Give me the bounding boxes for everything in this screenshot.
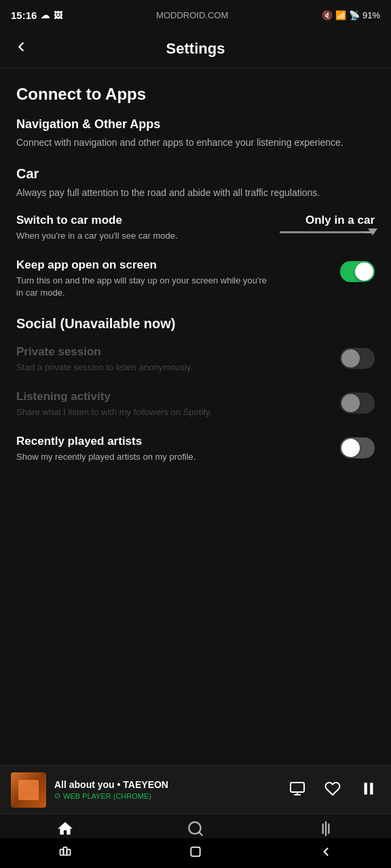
recently-played-artists-control: [280, 435, 375, 458]
status-icons: 🔇 📶 📡 91%: [322, 10, 380, 20]
watermark: MODDROID.COM: [156, 10, 228, 20]
car-block: Car Always pay full attention to the roa…: [16, 166, 375, 300]
cloud-icon: ☁: [41, 10, 50, 20]
keep-app-open-control: [280, 258, 375, 282]
now-playing-info: All about you • TAEYEON ⊙ WEB PLAYER (CH…: [54, 779, 286, 800]
car-mode-value: Only in a car: [305, 214, 375, 227]
now-playing-title: All about you • TAEYEON: [54, 779, 286, 790]
car-title: Car: [16, 166, 375, 182]
nav-other-apps-block: Navigation & Other Apps Connect with nav…: [16, 117, 375, 150]
private-session-desc: Start a private session to listen anonym…: [16, 361, 269, 374]
now-playing-source-label: WEB PLAYER (CHROME): [63, 792, 151, 800]
private-session-label: Private session: [16, 345, 269, 359]
recents-button[interactable]: [45, 840, 86, 867]
private-session-row: Private session Start a private session …: [16, 345, 375, 374]
svg-rect-0: [291, 783, 304, 792]
keep-app-open-text: Keep app open on screen Turn this on and…: [16, 258, 280, 299]
listening-activity-text: Listening activity Share what I listen t…: [16, 390, 280, 418]
recently-played-artists-desc: Show my recently played artists on my pr…: [16, 451, 269, 463]
header: Settings: [0, 30, 391, 68]
connect-to-apps-section: Connect to Apps Navigation & Other Apps …: [16, 85, 375, 463]
now-playing-bar[interactable]: All about you • TAEYEON ⊙ WEB PLAYER (CH…: [0, 765, 391, 814]
recently-played-artists-row: Recently played artists Show my recently…: [16, 435, 375, 463]
time-display: 15:16: [11, 9, 37, 21]
artwork-placeholder: [18, 780, 39, 800]
svg-rect-3: [365, 783, 367, 794]
artwork-image: [11, 772, 46, 808]
keep-app-open-toggle[interactable]: [340, 261, 375, 282]
recently-played-artists-text: Recently played artists Show my recently…: [16, 435, 280, 463]
mute-icon: 🔇: [322, 10, 333, 20]
social-title: Social (Unavailable now): [16, 316, 375, 332]
home-system-button[interactable]: [175, 840, 216, 867]
nav-other-apps-desc: Connect with navigation and other apps t…: [16, 136, 375, 150]
now-playing-artwork: [11, 772, 46, 808]
toggle-knob: [341, 439, 360, 457]
page-title: Settings: [166, 40, 225, 58]
back-system-button[interactable]: [305, 840, 346, 867]
social-block: Social (Unavailable now) Private session…: [16, 316, 375, 464]
private-session-control: [280, 345, 375, 369]
now-playing-controls: [286, 777, 380, 802]
signal-icon: 📡: [349, 10, 360, 20]
listening-activity-control: [280, 390, 375, 414]
recently-played-artists-label: Recently played artists: [16, 435, 269, 448]
back-button[interactable]: [11, 37, 31, 61]
switch-to-car-mode-control[interactable]: Only in a car: [280, 214, 375, 233]
battery-icon: 91%: [362, 10, 380, 20]
listening-activity-label: Listening activity: [16, 390, 269, 403]
switch-to-car-mode-desc: When you're in a car you'll see car mode…: [16, 230, 269, 242]
nav-other-apps-title: Navigation & Other Apps: [16, 117, 375, 132]
svg-rect-12: [67, 849, 71, 854]
screen-cast-button[interactable]: [286, 778, 308, 802]
listening-activity-row: Listening activity Share what I listen t…: [16, 390, 375, 418]
toggle-knob: [341, 349, 360, 368]
svg-rect-4: [370, 783, 373, 794]
system-nav-bar: [0, 838, 391, 868]
svg-line-6: [199, 832, 202, 835]
keep-app-open-label: Keep app open on screen: [16, 258, 269, 272]
car-desc: Always pay full attention to the road an…: [16, 186, 375, 200]
now-playing-source: ⊙ WEB PLAYER (CHROME): [54, 791, 286, 800]
status-time: 15:16 ☁ 🖼: [11, 9, 62, 21]
svg-rect-13: [191, 847, 200, 856]
settings-content: Connect to Apps Navigation & Other Apps …: [0, 68, 391, 588]
listening-activity-desc: Share what I listen to with my followers…: [16, 406, 269, 418]
listening-activity-toggle[interactable]: [340, 393, 375, 414]
toggle-knob: [355, 262, 373, 281]
status-bar: 15:16 ☁ 🖼 MODDROID.COM 🔇 📶 📡 91%: [0, 0, 391, 30]
switch-to-car-mode-label: Switch to car mode: [16, 214, 269, 227]
toggle-knob: [341, 394, 360, 412]
keep-app-open-row: Keep app open on screen Turn this on and…: [16, 258, 375, 299]
like-button[interactable]: [322, 778, 343, 802]
web-player-icon: ⊙: [54, 791, 60, 800]
private-session-text: Private session Start a private session …: [16, 345, 280, 374]
switch-to-car-mode-row: Switch to car mode When you're in a car …: [16, 214, 375, 242]
image-icon: 🖼: [54, 10, 62, 20]
pause-button[interactable]: [357, 777, 380, 802]
wifi-icon: 📶: [335, 10, 346, 20]
switch-to-car-mode-text: Switch to car mode When you're in a car …: [16, 214, 280, 242]
connect-to-apps-title: Connect to Apps: [16, 85, 375, 104]
recently-played-artists-toggle[interactable]: [340, 437, 375, 458]
keep-app-open-desc: Turn this on and the app will stay up on…: [16, 275, 269, 299]
private-session-toggle[interactable]: [340, 348, 375, 369]
